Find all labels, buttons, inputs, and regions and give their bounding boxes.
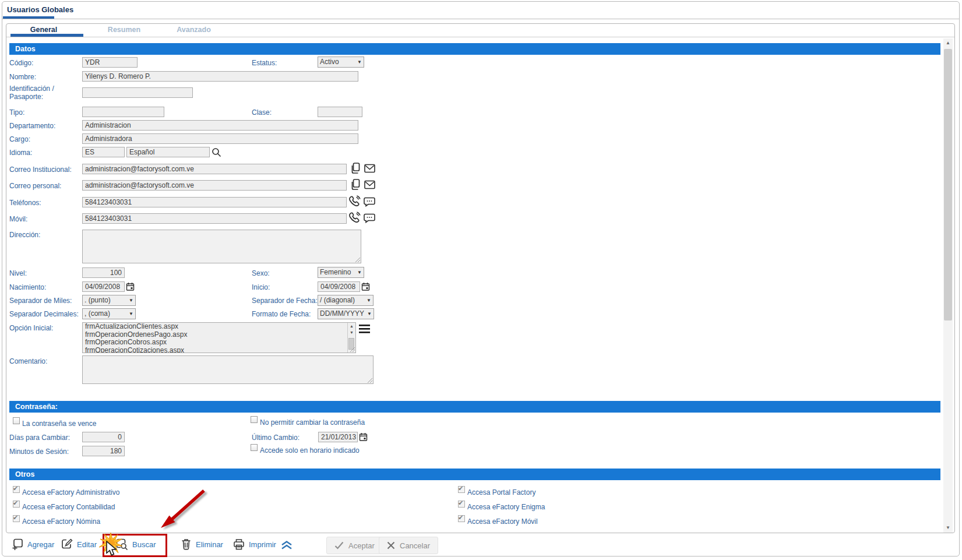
calendar-icon[interactable] (361, 282, 370, 291)
accesa-contabilidad-checkbox[interactable]: ✔ (13, 501, 20, 508)
idioma-name-input[interactable]: Español (126, 147, 210, 157)
editar-button[interactable]: Editar (61, 538, 97, 550)
sexo-label: Sexo: (252, 269, 270, 277)
scroll-down-icon[interactable]: ▼ (943, 523, 953, 533)
check-icon: ✔ (458, 499, 463, 507)
accesa-administrativo-label: Accesa eFactory Administrativo (22, 488, 119, 496)
tab-panel (6, 23, 955, 533)
accesa-administrativo-checkbox[interactable]: ✔ (13, 486, 20, 493)
movil-input[interactable]: 584123403031 (82, 213, 347, 224)
aceptar-button[interactable]: Aceptar (326, 537, 383, 554)
identificacion-input[interactable] (82, 87, 193, 98)
direccion-textarea[interactable] (82, 230, 361, 263)
inicio-input[interactable]: 04/09/2008 (318, 281, 360, 292)
tipo-label: Tipo: (9, 108, 24, 117)
nivel-input[interactable]: 100 (82, 267, 125, 278)
separador-decimales-select[interactable]: , (coma)▼ (82, 308, 136, 319)
correo-institucional-input[interactable]: administracion@factorysoft.com.ve (82, 164, 347, 174)
mail-icon[interactable] (364, 180, 375, 189)
dias-cambiar-label: Días para Cambiar: (9, 434, 70, 442)
search-icon[interactable] (212, 147, 221, 157)
list-item[interactable]: frmOperacionCotizaciones.aspx (83, 347, 355, 354)
separador-fecha-label: Separador de Fecha: (252, 297, 318, 305)
check-icon: ✔ (13, 514, 18, 522)
sms-icon[interactable] (364, 213, 375, 223)
check-icon: ✔ (458, 514, 463, 522)
comentario-textarea[interactable] (82, 355, 373, 384)
separador-miles-select[interactable]: . (punto)▼ (82, 295, 136, 306)
imprimir-button[interactable]: Imprimir (233, 538, 276, 550)
scroll-up-icon[interactable]: ▲ (348, 323, 355, 329)
telefonos-input[interactable]: 584123403031 (82, 197, 347, 207)
annotation-arrow-icon (153, 484, 211, 533)
scroll-up-icon[interactable]: ▲ (943, 38, 953, 48)
accesa-portal-checkbox[interactable]: ✔ (458, 486, 465, 493)
idioma-code-input[interactable]: ES (82, 147, 125, 157)
clase-input[interactable] (318, 107, 362, 117)
identificacion-label: Identificación / Pasaporte: (9, 84, 78, 101)
collapse-toolbar-icon[interactable] (280, 541, 293, 550)
ultimo-cambio-input[interactable]: 21/01/2013 (318, 432, 358, 442)
minutos-sesion-input[interactable]: 180 (82, 446, 125, 456)
phone-call-icon[interactable] (348, 212, 361, 224)
contrasena-vence-label: La contraseña se vence (22, 420, 96, 428)
horario-checkbox[interactable] (251, 444, 258, 451)
dias-cambiar-input[interactable]: 0 (82, 432, 125, 442)
nombre-input[interactable]: Yilenys D. Romero P. (82, 71, 358, 82)
departamento-input[interactable]: Administracion (82, 120, 358, 131)
calendar-icon[interactable] (126, 282, 135, 291)
eliminar-button[interactable]: Eliminar (181, 538, 223, 550)
resize-grip-icon[interactable] (354, 256, 360, 262)
codigo-input[interactable]: YDR (82, 57, 138, 68)
copy-icon[interactable] (350, 178, 361, 191)
mail-icon[interactable] (364, 164, 375, 173)
phone-call-icon[interactable] (348, 195, 361, 208)
editar-label: Editar (77, 540, 97, 549)
cargo-label: Cargo: (9, 135, 30, 143)
contrasena-vence-checkbox[interactable] (13, 417, 20, 424)
formato-fecha-select[interactable]: DD/MM/YYYY▼ (318, 308, 374, 319)
title-divider (2, 19, 960, 19)
tipo-input[interactable] (82, 107, 164, 117)
estatus-select[interactable]: Activo▼ (318, 57, 364, 68)
calendar-icon[interactable] (359, 432, 368, 442)
accesa-nomina-checkbox[interactable]: ✔ (13, 515, 20, 522)
correo-personal-input[interactable]: administracion@factorysoft.com.ve (82, 180, 347, 191)
sexo-select[interactable]: Femenino▼ (318, 267, 364, 278)
aceptar-label: Aceptar (348, 541, 375, 550)
resize-grip-icon[interactable] (367, 377, 372, 383)
cancelar-button[interactable]: Cancelar (379, 537, 438, 554)
list-item[interactable]: frmOperacionCobros.aspx (83, 339, 355, 347)
agregar-button[interactable]: Agregar (12, 538, 54, 550)
no-permitir-cambiar-checkbox[interactable] (251, 416, 258, 423)
trash-icon (181, 538, 192, 550)
horario-label: Accede solo en horario indicado (260, 446, 360, 455)
telefonos-label: Teléfonos: (9, 199, 41, 207)
list-item[interactable]: frmOperacionOrdenesPago.aspx (83, 331, 355, 339)
cargo-input[interactable]: Administradora (82, 133, 358, 144)
direccion-label: Dirección: (9, 231, 40, 239)
tab-avanzado[interactable]: Avanzado (166, 26, 221, 35)
separador-decimales-label: Separador Decimales: (9, 310, 79, 318)
accesa-enigma-checkbox[interactable]: ✔ (458, 501, 465, 508)
opcion-inicial-listbox[interactable]: frmActualizacionClientes.aspx frmOperaci… (82, 322, 356, 353)
sms-icon[interactable] (364, 197, 375, 207)
page-title[interactable]: Usuarios Globales (7, 5, 73, 14)
scrollbar-thumb[interactable] (944, 49, 952, 320)
nivel-label: Nivel: (9, 269, 27, 277)
copy-icon[interactable] (350, 162, 361, 175)
list-item[interactable]: frmActualizacionClientes.aspx (83, 323, 355, 331)
nacimiento-label: Nacimiento: (9, 283, 46, 291)
separador-miles-label: Separador de Miles: (9, 297, 72, 305)
nacimiento-input[interactable]: 04/09/2008 (82, 281, 125, 292)
accesa-movil-checkbox[interactable]: ✔ (458, 515, 465, 522)
dropdown-caret-icon: ▼ (129, 309, 133, 319)
menu-icon[interactable] (359, 324, 370, 334)
tab-resumen[interactable]: Resumen (96, 26, 152, 35)
check-icon: ✔ (458, 485, 463, 492)
scroll-down-icon[interactable]: ▼ (348, 329, 355, 336)
dropdown-caret-icon: ▼ (367, 309, 372, 319)
content-scrollbar[interactable]: ▲ ▼ (943, 38, 953, 533)
printer-icon (233, 538, 245, 550)
separador-fecha-select[interactable]: / (diagonal)▼ (318, 295, 373, 306)
